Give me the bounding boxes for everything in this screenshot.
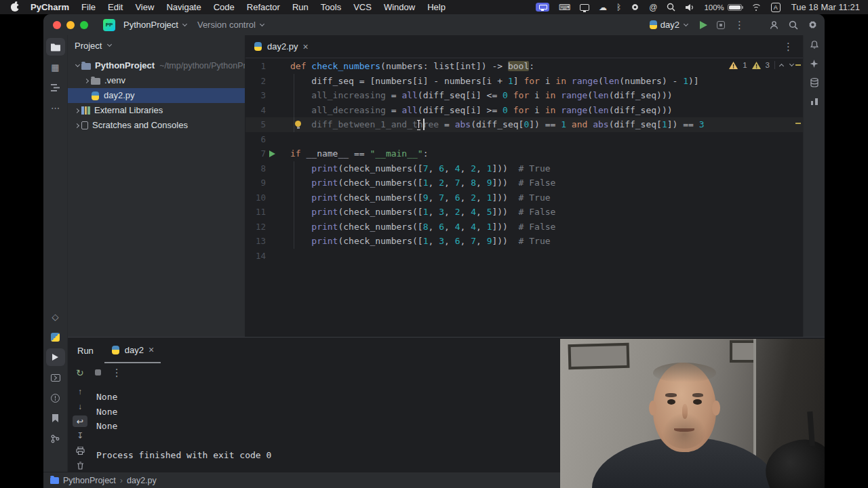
code-line-8[interactable]: 8 print(check_numbers([7, 6, 4, 2, 1])) … xyxy=(245,161,803,176)
line-number[interactable]: 14 xyxy=(245,249,266,264)
menu-item-run[interactable]: Run xyxy=(286,2,315,12)
code-editor[interactable]: 1def check_numbers(numbers: list[int]) -… xyxy=(245,58,803,337)
python-console-tool-button[interactable] xyxy=(46,328,65,346)
line-number[interactable]: 1 xyxy=(245,59,266,74)
close-tab-icon[interactable]: × xyxy=(149,345,154,354)
code-with-me-icon[interactable] xyxy=(769,20,779,30)
code-line-6[interactable]: 6 xyxy=(245,132,803,147)
run-tab-day2[interactable]: day2 × xyxy=(104,338,161,363)
code-line-13[interactable]: 13 print(check_numbers([1, 3, 6, 7, 9]))… xyxy=(245,234,803,249)
menu-item-navigate[interactable]: Navigate xyxy=(160,2,207,12)
screen-recording-indicator-icon[interactable] xyxy=(536,3,549,12)
sciview-plots-icon[interactable] xyxy=(810,98,818,105)
line-number[interactable]: 4 xyxy=(245,103,266,118)
volume-icon[interactable] xyxy=(685,3,694,12)
tree-item-pythonproject[interactable]: PythonProject~/tmp/python/PythonProject xyxy=(68,58,245,73)
close-tab-icon[interactable]: × xyxy=(303,42,309,52)
scrollbar-warning-mark[interactable] xyxy=(795,64,801,66)
ai-assistant-icon[interactable] xyxy=(810,60,818,68)
scrollbar-warning-mark[interactable] xyxy=(795,123,801,124)
keyboard-icon[interactable]: ⌨ xyxy=(559,3,570,12)
previous-problem-icon[interactable] xyxy=(779,63,784,68)
tree-item-scratches-and-consoles[interactable]: Scratches and Consoles xyxy=(68,118,245,133)
bluetooth-icon[interactable]: ᛒ xyxy=(616,3,621,12)
tree-chevron[interactable] xyxy=(72,65,81,66)
search-icon[interactable] xyxy=(667,3,675,12)
cloud-icon[interactable]: ☁ xyxy=(599,3,607,12)
tree-chevron[interactable] xyxy=(81,79,91,83)
battery-indicator[interactable]: 100% xyxy=(704,3,741,12)
apple-menu-icon[interactable] xyxy=(11,3,19,12)
menu-item-refactor[interactable]: Refactor xyxy=(241,2,286,12)
menu-item-help[interactable]: Help xyxy=(421,2,452,12)
code-line-9[interactable]: 9 print(check_numbers([1, 2, 7, 8, 9])) … xyxy=(245,176,803,190)
soft-wrap-icon[interactable]: ↩ xyxy=(73,415,87,428)
line-number[interactable]: 11 xyxy=(245,205,266,220)
menu-item-window[interactable]: Window xyxy=(378,2,421,12)
vcs-widget[interactable]: Version control xyxy=(195,20,267,30)
line-number[interactable]: 9 xyxy=(245,176,266,190)
project-widget[interactable]: PythonProject xyxy=(121,20,189,30)
menu-item-file[interactable]: File xyxy=(75,2,102,12)
code-line-5[interactable]: 5 diff_between_1_and_three = abs(diff_se… xyxy=(245,117,803,132)
next-problem-icon[interactable] xyxy=(789,62,794,66)
code-line-10[interactable]: 10 print(check_numbers([9, 7, 6, 2, 1]))… xyxy=(245,190,803,205)
project-panel-header[interactable]: Project xyxy=(68,35,245,56)
editor-tab-day2[interactable]: day2.py × xyxy=(245,35,317,58)
run-options-kebab-icon[interactable]: ⋮ xyxy=(112,367,122,378)
close-window-button[interactable] xyxy=(53,21,61,29)
minimize-window-button[interactable] xyxy=(66,21,75,29)
run-tool-button[interactable] xyxy=(46,348,65,366)
breadcrumb-project[interactable]: PythonProject xyxy=(63,476,116,485)
code-line-2[interactable]: 2 diff_seq = [numbers[i] - numbers[i + 1… xyxy=(245,74,803,89)
clear-all-icon[interactable] xyxy=(73,460,87,472)
line-number[interactable]: 10 xyxy=(245,190,266,205)
breadcrumb-file[interactable]: day2.py xyxy=(127,476,157,485)
services-tool-button[interactable]: ◇ xyxy=(46,308,65,325)
intention-bulb-icon[interactable] xyxy=(295,121,301,127)
line-number[interactable]: 3 xyxy=(245,88,266,103)
run-configuration-selector[interactable]: day2 xyxy=(646,20,690,30)
zoom-window-button[interactable] xyxy=(80,21,88,29)
stop-icon[interactable] xyxy=(95,369,101,375)
line-number[interactable]: 5 xyxy=(245,117,266,132)
project-avatar[interactable]: PP xyxy=(103,19,115,31)
scroll-up-icon[interactable]: ↑ xyxy=(73,386,87,398)
line-number[interactable]: 2 xyxy=(245,74,266,89)
menu-item-view[interactable]: View xyxy=(129,2,160,12)
menu-item-edit[interactable]: Edit xyxy=(102,2,129,12)
code-line-4[interactable]: 4 all_decreasing = all(diff_seq[i] >= 0 … xyxy=(245,103,803,118)
database-icon[interactable] xyxy=(810,78,818,87)
code-line-3[interactable]: 3 all_increasing = all(diff_seq[i] <= 0 … xyxy=(245,88,803,103)
more-actions-icon[interactable]: ⋮ xyxy=(734,20,745,30)
line-number[interactable]: 8 xyxy=(245,161,266,176)
scroll-down-icon[interactable]: ↓ xyxy=(73,401,87,413)
control-center-icon[interactable]: @ xyxy=(649,3,657,12)
display-icon[interactable] xyxy=(580,4,589,11)
scroll-to-end-icon[interactable]: ↧ xyxy=(73,430,87,442)
line-number[interactable]: 12 xyxy=(245,220,266,235)
project-tool-button[interactable] xyxy=(46,38,65,56)
tree-chevron[interactable] xyxy=(72,109,81,113)
input-source-icon[interactable]: A xyxy=(771,3,781,12)
inspections-widget[interactable]: 1 3 xyxy=(729,61,793,69)
settings-gear-icon[interactable] xyxy=(808,20,818,30)
run-panel-title[interactable]: Run xyxy=(73,338,98,363)
more-tool-windows-button[interactable]: ⋯ xyxy=(46,99,65,117)
tab-options-icon[interactable]: ⋮ xyxy=(783,41,793,53)
bookmarks-tool-button[interactable] xyxy=(46,409,65,427)
python-packages-tool-button[interactable]: ▦ xyxy=(46,58,65,76)
line-number[interactable]: 7 xyxy=(245,146,266,161)
problems-tool-button[interactable] xyxy=(46,389,65,407)
code-line-12[interactable]: 12 print(check_numbers([8, 6, 4, 4, 1]))… xyxy=(245,220,803,235)
run-button[interactable] xyxy=(700,21,707,29)
terminal-tool-button[interactable] xyxy=(46,369,65,386)
line-number[interactable]: 13 xyxy=(245,234,266,249)
code-line-7[interactable]: 7if __name__ == "__main__": xyxy=(245,146,803,161)
wifi-icon[interactable] xyxy=(751,3,762,11)
tree-chevron[interactable] xyxy=(72,124,81,127)
menu-app-name[interactable]: PyCharm xyxy=(24,2,75,12)
run-line-icon[interactable] xyxy=(269,150,275,157)
menu-item-tools[interactable]: Tools xyxy=(315,2,347,12)
notifications-bell-icon[interactable] xyxy=(810,40,819,49)
